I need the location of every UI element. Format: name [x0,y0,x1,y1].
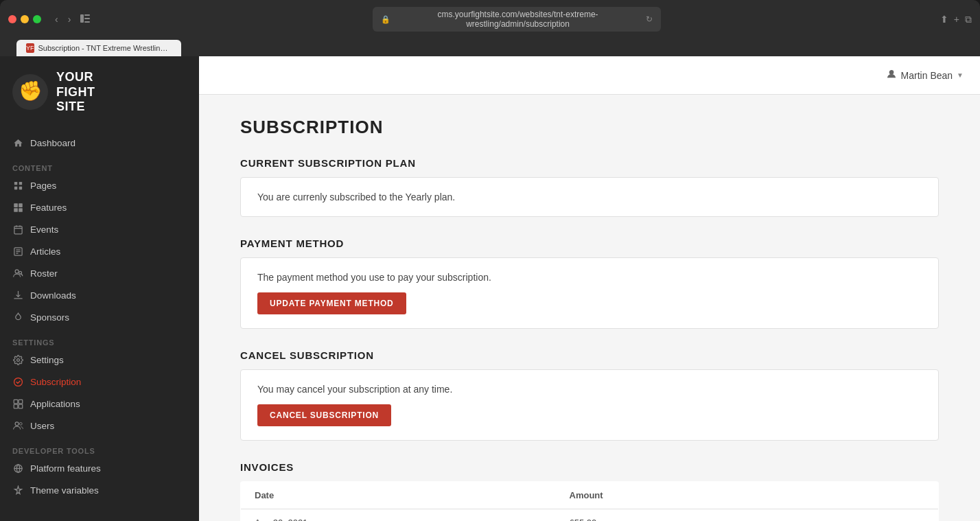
share-icon[interactable]: ⬆ [940,14,948,25]
sidebar-item-label: Platform features [30,463,101,474]
close-button[interactable] [8,15,16,23]
subscription-icon [12,377,23,388]
invoices-col-actions [794,482,939,509]
svg-rect-28 [19,404,23,408]
svg-text:✊: ✊ [19,80,43,102]
sidebar-item-applications[interactable]: Applications [0,393,199,415]
top-bar: Martin Bean ▼ [199,56,980,95]
svg-rect-2 [84,18,90,19]
invoices-table: Date Amount Aug 20, 2021 £55.00 ••• Oct … [240,481,939,521]
sidebar-toggle-button[interactable] [78,12,93,27]
minimize-button[interactable] [21,15,29,23]
reload-icon[interactable]: ↻ [646,14,653,24]
add-tab-icon[interactable]: + [954,14,959,25]
sidebar-item-theme[interactable]: Theme variables [0,480,199,502]
platform-icon [12,463,23,474]
maximize-button[interactable] [33,15,41,23]
cancel-subscription-section: CANCEL SUBSCRIPTION You may cancel your … [240,349,939,441]
user-menu-chevron: ▼ [957,71,964,79]
sidebar-item-label: Theme variables [30,485,99,496]
cancel-subscription-button[interactable]: CANCEL SUBSCRIPTION [257,404,391,426]
svg-point-22 [15,270,19,273]
invoices-col-amount: Amount [556,482,794,509]
svg-rect-7 [19,182,21,185]
svg-rect-9 [19,187,21,189]
payment-method-card: The payment method you use to pay your s… [240,257,939,329]
sidebar-item-dashboard[interactable]: Dashboard [0,132,199,154]
sidebar-item-articles[interactable]: Articles [0,241,199,263]
current-plan-card: You are currenly subscribed to the Yearl… [240,177,939,217]
downloads-icon [12,290,23,301]
sidebar-section-content: Content [0,154,199,175]
articles-icon [12,246,23,257]
browser-tab[interactable]: YF Subscription - TNT Extreme Wrestling … [16,40,181,56]
users-icon [12,421,23,432]
events-icon [12,224,23,235]
address-text: cms.yourfightsite.com/websites/tnt-extre… [395,10,642,29]
sidebar-nav: Dashboard Content Pages Features [0,128,199,521]
page-title: SUBSCRIPTION [240,117,939,138]
logo-icon: ✊ [12,74,48,110]
sidebar: ✊ YOUR FIGHT SITE Dashboard Content [0,56,199,521]
svg-rect-11 [19,204,23,208]
sidebar-item-pages[interactable]: Pages [0,175,199,197]
lock-icon: 🔒 [381,15,390,24]
sidebar-item-features[interactable]: Features [0,197,199,219]
current-plan-section: CURRENT SUBSCRIPTION PLAN You are curren… [240,157,939,217]
sidebar-item-sponsors[interactable]: Sponsors [0,307,199,329]
invoices-title: INVOICES [240,461,939,473]
svg-rect-1 [84,14,90,16]
svg-rect-27 [14,404,18,408]
invoices-section: INVOICES Date Amount Aug 20, 2021 £55.00… [240,461,939,521]
svg-rect-6 [14,182,16,185]
user-name: Martin Bean [901,70,953,81]
svg-point-34 [889,71,893,74]
forward-button[interactable]: › [65,12,74,27]
address-bar[interactable]: 🔒 cms.yourfightsite.com/websites/tnt-ext… [373,7,661,32]
sponsors-icon [12,312,23,323]
svg-point-30 [19,423,22,426]
logo-text: YOUR FIGHT SITE [56,70,95,115]
current-plan-description: You are currenly subscribed to the Yearl… [257,192,922,202]
roster-icon [12,268,23,279]
payment-method-title: PAYMENT METHOD [240,238,939,249]
sidebar-item-label: Settings [30,355,64,365]
tab-favicon: YF [26,43,34,53]
invoice-date: Aug 20, 2021 [241,509,556,522]
sidebar-item-events[interactable]: Events [0,219,199,241]
invoice-amount: £55.00 [556,509,794,522]
settings-icon [12,355,23,366]
sidebar-item-label: Downloads [30,290,76,301]
cancel-subscription-card: You may cancel your subscription at any … [240,369,939,441]
tab-title: Subscription - TNT Extreme Wrestling - Y… [38,44,172,52]
payment-method-section: PAYMENT METHOD The payment method you us… [240,238,939,329]
tabs-icon[interactable]: ⧉ [965,14,972,25]
sidebar-item-subscription[interactable]: Subscription [0,371,199,393]
svg-rect-13 [19,208,23,212]
svg-rect-14 [14,227,21,234]
svg-rect-25 [14,400,18,404]
sidebar-item-label: Users [30,421,54,431]
sidebar-item-downloads[interactable]: Downloads [0,285,199,307]
sidebar-item-roster[interactable]: Roster [0,263,199,285]
invoice-actions-button[interactable]: ••• [794,509,939,522]
update-payment-method-button[interactable]: UPDATE PAYMENT METHOD [257,292,406,314]
back-button[interactable]: ‹ [52,12,61,27]
sidebar-item-platform[interactable]: Platform features [0,458,199,480]
payment-method-description: The payment method you use to pay your s… [257,272,922,283]
sidebar-item-label: Subscription [30,377,81,387]
svg-rect-12 [14,208,18,212]
sidebar-item-label: Articles [30,246,60,257]
table-row: Aug 20, 2021 £55.00 ••• [241,509,939,522]
svg-point-29 [15,422,19,426]
user-menu[interactable]: Martin Bean ▼ [886,69,964,82]
sidebar-item-label: Roster [30,268,58,279]
sidebar-item-users[interactable]: Users [0,415,199,437]
sidebar-item-settings[interactable]: Settings [0,349,199,371]
sidebar-item-label: Pages [30,181,56,191]
svg-rect-26 [19,400,23,404]
user-icon [886,69,897,82]
sidebar-item-label: Dashboard [30,138,75,148]
current-plan-title: CURRENT SUBSCRIPTION PLAN [240,157,939,169]
sidebar-logo: ✊ YOUR FIGHT SITE [0,56,199,128]
